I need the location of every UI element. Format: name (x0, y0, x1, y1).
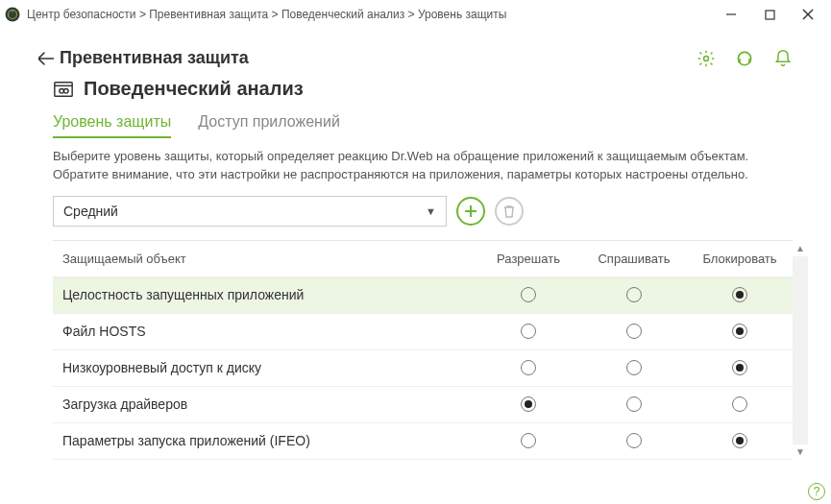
bell-icon[interactable] (773, 49, 793, 68)
tab-protection-level[interactable]: Уровень защиты (53, 113, 171, 138)
support-icon[interactable] (735, 49, 754, 68)
radio-cell-ask (581, 287, 687, 302)
table-row[interactable]: Параметры запуска приложений (IFEO) (53, 423, 793, 460)
col-allow: Разрешать (476, 252, 581, 266)
row-label: Загрузка драйверов (53, 396, 476, 412)
radio-cell-allow (476, 324, 581, 339)
radio-cell-block (687, 433, 793, 448)
radio-block[interactable] (732, 287, 747, 302)
row-label: Параметры запуска приложений (IFEO) (53, 433, 476, 448)
radio-cell-allow (476, 396, 581, 412)
description-text: Выберите уровень защиты, который определ… (0, 138, 831, 192)
radio-cell-ask (581, 433, 687, 448)
radio-block[interactable] (732, 433, 747, 448)
radio-allow[interactable] (521, 287, 536, 302)
radio-cell-allow (476, 287, 581, 302)
svg-point-11 (63, 88, 68, 93)
radio-allow[interactable] (521, 324, 536, 339)
add-profile-button[interactable] (456, 197, 485, 226)
section-title: Поведенческий анализ (84, 78, 304, 100)
svg-point-6 (704, 56, 709, 60)
col-object: Защищаемый объект (53, 252, 476, 266)
vertical-scrollbar[interactable]: ▲ ▼ (793, 241, 808, 460)
table-row[interactable]: Целостность запущенных приложений (53, 277, 793, 314)
radio-block[interactable] (732, 360, 747, 375)
radio-ask[interactable] (626, 287, 642, 302)
help-button[interactable]: ? (808, 483, 825, 500)
radio-ask[interactable] (626, 433, 642, 448)
app-logo-icon (4, 6, 21, 23)
radio-cell-block (687, 396, 793, 412)
radio-cell-block (687, 360, 793, 375)
maximize-button[interactable] (750, 0, 789, 29)
radio-cell-block (687, 287, 793, 302)
col-block: Блокировать (687, 252, 793, 266)
tabs: Уровень защиты Доступ приложений (0, 106, 831, 138)
chevron-down-icon: ▼ (426, 205, 436, 217)
table-header: Защищаемый объект Разрешать Спрашивать Б… (53, 241, 793, 277)
row-label: Целостность запущенных приложений (53, 287, 476, 302)
col-ask: Спрашивать (581, 252, 687, 266)
radio-ask[interactable] (626, 360, 642, 375)
radio-ask[interactable] (626, 396, 642, 412)
profile-row: Средний ▼ (0, 192, 831, 234)
header-actions (697, 49, 793, 68)
minimize-button[interactable] (712, 0, 750, 29)
radio-ask[interactable] (626, 324, 642, 339)
table-row[interactable]: Файл HOSTS (53, 314, 793, 350)
table-row[interactable]: Низкоуровневый доступ к диску (53, 350, 793, 387)
delete-profile-button[interactable] (495, 197, 524, 226)
table-row[interactable]: Загрузка драйверов (53, 387, 793, 423)
scroll-down-icon[interactable]: ▼ (793, 444, 808, 460)
profile-selected-label: Средний (63, 204, 118, 219)
radio-cell-ask (581, 396, 687, 412)
gear-icon[interactable] (697, 49, 716, 68)
radio-allow[interactable] (521, 360, 536, 375)
profile-select[interactable]: Средний ▼ (53, 196, 447, 227)
radio-cell-ask (581, 360, 687, 375)
scroll-track[interactable] (793, 256, 808, 444)
titlebar: Центр безопасности > Превентивная защита… (0, 0, 831, 29)
svg-point-0 (6, 8, 20, 22)
section-header: Поведенческий анализ (0, 72, 831, 106)
radio-block[interactable] (732, 396, 747, 412)
radio-allow[interactable] (521, 433, 536, 448)
row-label: Низкоуровневый доступ к диску (53, 360, 476, 375)
radio-cell-allow (476, 433, 581, 448)
radio-block[interactable] (732, 324, 747, 339)
row-label: Файл HOSTS (53, 324, 476, 339)
page-header: Превентивная защита (0, 29, 831, 72)
radio-cell-block (687, 324, 793, 339)
tab-app-access[interactable]: Доступ приложений (198, 113, 340, 138)
page-title: Превентивная защита (60, 48, 249, 68)
protection-table: Защищаемый объект Разрешать Спрашивать Б… (53, 240, 793, 460)
close-button[interactable] (789, 0, 827, 29)
breadcrumb: Центр безопасности > Превентивная защита… (27, 8, 712, 21)
back-button[interactable]: Превентивная защита (38, 48, 249, 68)
svg-rect-3 (766, 11, 774, 19)
radio-allow[interactable] (521, 396, 536, 412)
radio-cell-ask (581, 324, 687, 339)
scroll-up-icon[interactable]: ▲ (793, 241, 808, 256)
behavior-analysis-icon (53, 79, 74, 100)
window-controls (712, 0, 827, 29)
radio-cell-allow (476, 360, 581, 375)
arrow-left-icon (38, 51, 54, 66)
